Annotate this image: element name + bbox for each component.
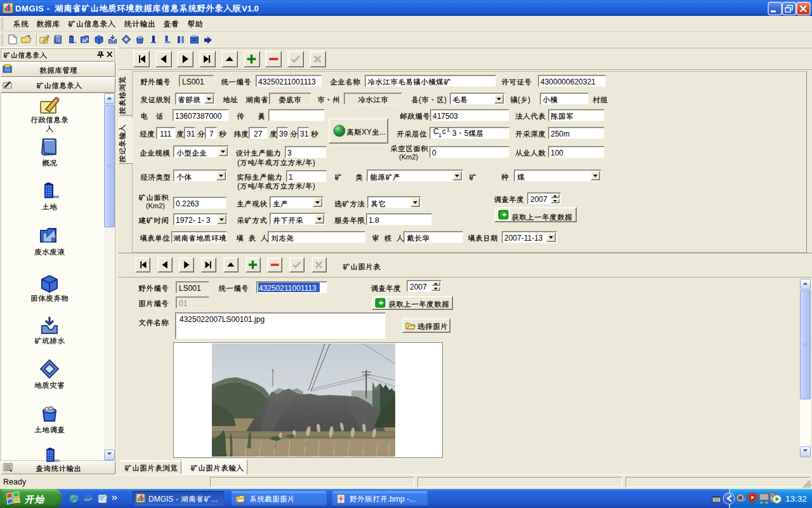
svg-text:2007-11-13: 2007-11-13 (504, 234, 543, 243)
svg-text:1972- 1- 3: 1972- 1- 3 (176, 216, 211, 225)
svg-text:100: 100 (551, 149, 563, 157)
svg-text:c: c (442, 127, 446, 136)
svg-text:3: 3 (452, 129, 457, 138)
svg-text:4300000620321: 4300000620321 (540, 77, 596, 86)
svg-text:LS001: LS001 (182, 77, 204, 86)
svg-text:2007: 2007 (410, 283, 427, 291)
svg-text:(Km2): (Km2) (146, 202, 165, 210)
svg-text:.bmp -...: .bmp -... (388, 495, 416, 504)
svg-text:): ) (528, 95, 530, 104)
svg-text:13:32: 13:32 (785, 494, 807, 504)
svg-text:01: 01 (179, 299, 188, 308)
svg-text:/: / (303, 182, 305, 190)
svg-text:1: 1 (438, 132, 442, 138)
svg-text:7: 7 (209, 130, 214, 138)
svg-text:DMGIS -: DMGIS - (15, 4, 50, 13)
svg-text:V1.0: V1.0 (242, 4, 259, 13)
svg-text:13607387000: 13607387000 (175, 112, 222, 121)
svg-text:1.8: 1.8 (369, 216, 379, 225)
svg-text:1: 1 (289, 173, 293, 182)
svg-text:0.2263: 0.2263 (176, 199, 199, 208)
svg-text:/: / (255, 182, 258, 190)
svg-text:31: 31 (187, 130, 195, 138)
svg-text:XY: XY (362, 128, 372, 137)
svg-text:(: ( (237, 182, 240, 190)
svg-text:(: ( (419, 95, 421, 104)
svg-text:Ready: Ready (3, 478, 27, 486)
svg-text:DMGIS -: DMGIS - (148, 495, 178, 504)
svg-text:2007: 2007 (530, 195, 547, 204)
svg-text:4325022007LS00101.jpg: 4325022007LS00101.jpg (180, 315, 265, 324)
svg-text:27: 27 (254, 130, 263, 138)
svg-text:5: 5 (464, 129, 469, 138)
svg-text:): ) (444, 95, 447, 104)
svg-text:417503: 417503 (433, 112, 458, 121)
svg-text:43250211001113: 43250211001113 (259, 284, 317, 293)
svg-text:(: ( (237, 158, 240, 167)
svg-text:39: 39 (279, 130, 288, 138)
svg-text:(Km2): (Km2) (399, 153, 418, 161)
svg-text:31: 31 (300, 130, 309, 138)
svg-text:/: / (255, 158, 258, 167)
svg-text:43250211001113: 43250211001113 (258, 77, 316, 86)
svg-text:(: ( (518, 95, 520, 104)
svg-text:3: 3 (287, 149, 292, 157)
svg-text:): ) (313, 158, 315, 167)
svg-text:): ) (313, 182, 315, 190)
svg-text:LS001: LS001 (179, 284, 201, 293)
svg-text:...: ... (379, 128, 386, 137)
svg-text:...: ... (211, 495, 218, 504)
svg-text:1: 1 (447, 126, 450, 133)
svg-text:0: 0 (432, 149, 436, 157)
svg-text:250m: 250m (551, 130, 570, 138)
svg-text:/: / (303, 158, 305, 167)
svg-text:111: 111 (160, 130, 172, 138)
